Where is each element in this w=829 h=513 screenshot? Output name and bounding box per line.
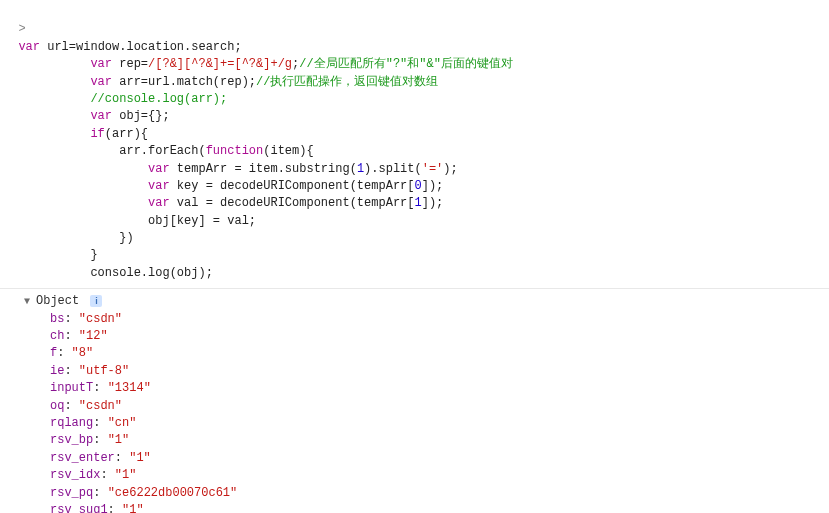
- expand-triangle-icon[interactable]: ▼: [24, 295, 34, 310]
- object-property-key: rsv_idx: [50, 468, 100, 482]
- object-properties-list: bs: "csdn"ch: "12"f: "8"ie: "utf-8"input…: [24, 311, 825, 513]
- object-property-key: rsv_enter: [50, 451, 115, 465]
- object-property-row[interactable]: inputT: "1314": [24, 380, 825, 397]
- object-header-row[interactable]: ▼Object i: [24, 293, 825, 310]
- object-property-key: ch: [50, 329, 64, 343]
- object-property-key: rsv_sug1: [50, 503, 108, 513]
- code-source[interactable]: var url=window.location.search; var rep=…: [18, 39, 512, 282]
- console-prompt: >: [18, 21, 30, 38]
- object-property-key: rqlang: [50, 416, 93, 430]
- object-property-value: "12": [79, 329, 108, 343]
- object-property-key: rsv_pq: [50, 486, 93, 500]
- object-property-row[interactable]: bs: "csdn": [24, 311, 825, 328]
- object-property-key: bs: [50, 312, 64, 326]
- console-input-block: > var url=window.location.search; var re…: [0, 0, 829, 289]
- object-property-row[interactable]: rsv_bp: "1": [24, 432, 825, 449]
- object-property-row[interactable]: rqlang: "cn": [24, 415, 825, 432]
- object-property-row[interactable]: ch: "12": [24, 328, 825, 345]
- object-property-value: "1": [122, 503, 144, 513]
- object-property-key: ie: [50, 364, 64, 378]
- object-property-row[interactable]: oq: "csdn": [24, 398, 825, 415]
- info-icon[interactable]: i: [90, 295, 102, 307]
- object-property-value: "1": [108, 433, 130, 447]
- console-output-object[interactable]: ▼Object i bs: "csdn"ch: "12"f: "8"ie: "u…: [0, 289, 829, 513]
- object-property-value: "cn": [108, 416, 137, 430]
- object-property-value: "1": [129, 451, 151, 465]
- object-property-value: "csdn": [79, 312, 122, 326]
- object-property-row[interactable]: ie: "utf-8": [24, 363, 825, 380]
- object-property-value: "8": [72, 346, 94, 360]
- object-property-row[interactable]: rsv_enter: "1": [24, 450, 825, 467]
- object-label: Object: [36, 294, 79, 308]
- object-property-key: rsv_bp: [50, 433, 93, 447]
- object-property-value: "1": [115, 468, 137, 482]
- object-property-key: oq: [50, 399, 64, 413]
- object-property-value: "ce6222db00070c61": [108, 486, 238, 500]
- object-property-value: "csdn": [79, 399, 122, 413]
- object-property-value: "1314": [108, 381, 151, 395]
- object-property-row[interactable]: rsv_sug1: "1": [24, 502, 825, 513]
- object-property-row[interactable]: rsv_pq: "ce6222db00070c61": [24, 485, 825, 502]
- object-property-row[interactable]: f: "8": [24, 345, 825, 362]
- object-property-value: "utf-8": [79, 364, 129, 378]
- object-property-row[interactable]: rsv_idx: "1": [24, 467, 825, 484]
- object-property-key: inputT: [50, 381, 93, 395]
